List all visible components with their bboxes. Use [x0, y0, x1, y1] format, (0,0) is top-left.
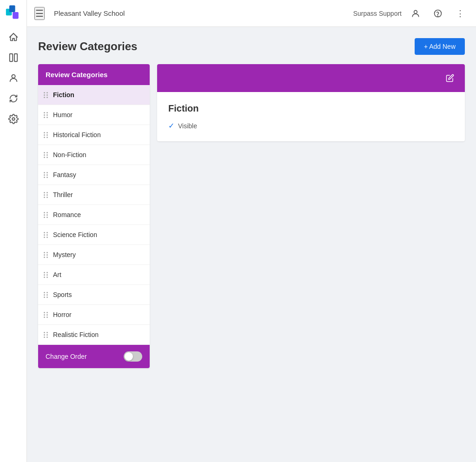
category-item-sports[interactable]: Sports [38, 285, 150, 305]
category-item-science-fiction[interactable]: Science Fiction [38, 225, 150, 245]
category-label: Humor [53, 111, 73, 119]
category-label: Historical Fiction [53, 131, 101, 139]
nav-books[interactable] [4, 48, 23, 67]
category-label: Thriller [53, 191, 73, 198]
drag-handle [44, 232, 48, 238]
category-item-fantasy[interactable]: Fantasy [38, 165, 150, 185]
visible-row: ✓ Visible [168, 121, 454, 130]
category-label: Science Fiction [53, 231, 97, 238]
drag-handle [44, 132, 48, 138]
more-options-button[interactable]: ⋮ [452, 5, 469, 22]
drag-handle [44, 332, 48, 338]
content-area: Review Categories + Add New Review Categ… [27, 27, 476, 462]
right-panel: Fiction ✓ Visible [157, 64, 465, 141]
visible-label: Visible [178, 122, 197, 130]
drag-handle [44, 192, 48, 198]
edit-button[interactable] [443, 71, 457, 86]
drag-handle [44, 252, 48, 258]
support-label: Surpass Support [353, 10, 402, 17]
svg-point-6 [12, 118, 15, 120]
right-panel-header [157, 64, 465, 92]
category-item-humor[interactable]: Humor [38, 105, 150, 125]
svg-point-9 [438, 16, 438, 16]
nav-sidebar [0, 0, 27, 462]
category-item-non-fiction[interactable]: Non-Fiction [38, 145, 150, 165]
category-label: Mystery [53, 251, 76, 258]
help-button[interactable] [430, 5, 446, 22]
drag-handle [44, 152, 48, 158]
drag-handle [44, 312, 48, 318]
drag-handle [44, 92, 48, 98]
toggle-knob [125, 352, 133, 361]
category-label: Non-Fiction [53, 151, 86, 158]
change-order-bar: Change Order [38, 345, 150, 368]
drag-handle [44, 212, 48, 218]
nav-refresh[interactable] [4, 89, 23, 108]
category-label: Fiction [53, 91, 74, 99]
nav-home[interactable] [4, 28, 23, 46]
nav-users[interactable] [4, 69, 23, 87]
left-panel-header: Review Categories [38, 64, 150, 85]
category-item-realistic-fiction[interactable]: Realistic Fiction [38, 325, 150, 345]
category-list: Fiction Humor Historical Fiction Non-Fic… [38, 85, 150, 345]
category-label: Realistic Fiction [53, 331, 99, 338]
svg-rect-3 [9, 54, 12, 62]
detail-title: Fiction [168, 103, 454, 114]
page-header: Review Categories + Add New [38, 38, 465, 55]
category-label: Romance [53, 211, 81, 218]
category-label: Sports [53, 291, 72, 298]
app-logo [5, 4, 22, 22]
category-label: Horror [53, 311, 72, 318]
topbar: ☰ Pleasant Valley School Surpass Support… [27, 0, 476, 27]
category-item-mystery[interactable]: Mystery [38, 245, 150, 265]
right-panel-body: Fiction ✓ Visible [157, 92, 465, 141]
drag-handle [44, 112, 48, 118]
topbar-right: Surpass Support ⋮ [353, 5, 469, 22]
category-item-horror[interactable]: Horror [38, 305, 150, 325]
page-title: Review Categories [38, 40, 137, 53]
user-profile-button[interactable] [407, 5, 424, 22]
category-item-thriller[interactable]: Thriller [38, 185, 150, 205]
change-order-label: Change Order [46, 353, 87, 360]
left-panel: Review Categories Fiction Humor [38, 64, 150, 368]
drag-handle [44, 272, 48, 278]
visible-checkmark: ✓ [168, 121, 174, 130]
school-name: Pleasant Valley School [54, 9, 348, 17]
svg-rect-2 [13, 12, 19, 19]
drag-handle [44, 172, 48, 178]
drag-handle [44, 292, 48, 298]
category-item-art[interactable]: Art [38, 265, 150, 285]
svg-rect-1 [9, 6, 15, 12]
nav-settings[interactable] [4, 110, 23, 128]
svg-rect-4 [14, 54, 17, 62]
columns-layout: Review Categories Fiction Humor [38, 64, 465, 368]
category-label: Art [53, 271, 61, 278]
category-item-historical-fiction[interactable]: Historical Fiction [38, 125, 150, 145]
change-order-toggle[interactable] [124, 351, 142, 362]
svg-point-5 [12, 75, 15, 78]
category-item-fiction[interactable]: Fiction [38, 85, 150, 105]
add-new-button[interactable]: + Add New [415, 38, 465, 55]
menu-toggle-button[interactable]: ☰ [34, 7, 45, 20]
category-item-romance[interactable]: Romance [38, 205, 150, 225]
category-label: Fantasy [53, 171, 76, 178]
svg-point-7 [414, 10, 417, 13]
